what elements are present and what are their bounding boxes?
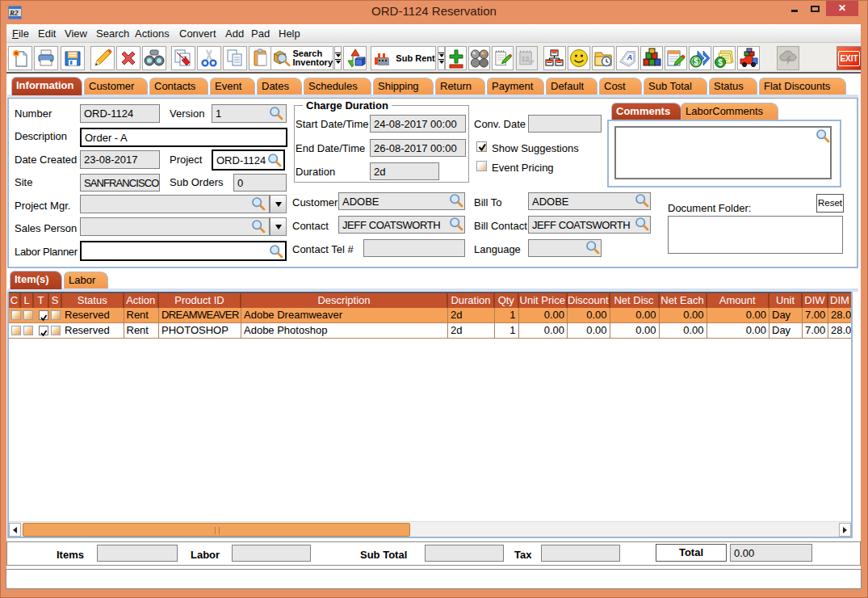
svg-text:?: ? bbox=[481, 49, 486, 59]
svg-text:A: A bbox=[626, 53, 632, 61]
svg-text:$: $ bbox=[694, 57, 698, 66]
svg-text:$: $ bbox=[718, 58, 723, 67]
svg-text:12: 12 bbox=[522, 55, 530, 63]
